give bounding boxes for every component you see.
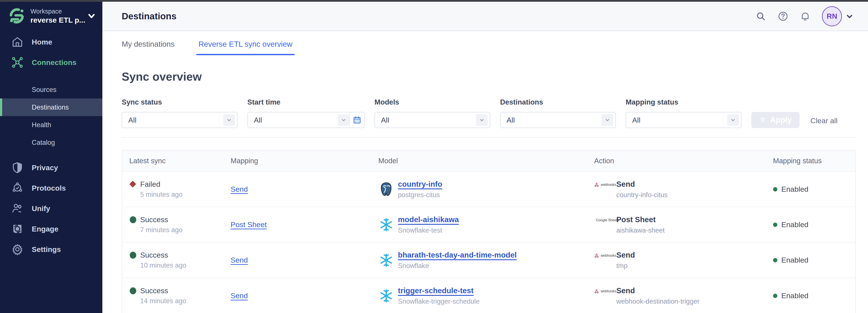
destinations-select[interactable]: All: [500, 112, 616, 128]
workspace-label: Workspace: [30, 7, 85, 15]
mapping-link[interactable]: Send: [230, 256, 248, 264]
select-value: All: [632, 116, 727, 124]
page-title: Destinations: [122, 11, 177, 22]
search-icon[interactable]: [755, 11, 766, 22]
select-value: All: [128, 116, 223, 124]
enabled-dot-icon: [773, 187, 777, 191]
mapping-cell: Send: [223, 291, 371, 300]
sidebar-item-home[interactable]: Home: [0, 32, 102, 52]
model-link[interactable]: trigger-schedule-test: [398, 286, 479, 295]
snowflake-icon: [378, 252, 394, 268]
chevron-down-icon: [338, 114, 349, 126]
latest-sync-cell: Success 10 minutes ago: [122, 251, 223, 269]
table-header-row: Latest sync Mapping Model Action Mapping…: [122, 150, 856, 172]
mapping-link[interactable]: Send: [230, 291, 248, 300]
help-icon[interactable]: [778, 11, 788, 22]
sidebar-item-label: Privacy: [32, 163, 58, 172]
tab-my-destinations[interactable]: My destinations: [122, 32, 175, 57]
latest-sync-cell: Success 14 minutes ago: [122, 286, 223, 305]
model-source: Snowflake-trigger-schedule: [398, 298, 479, 305]
calendar-icon[interactable]: [349, 113, 364, 128]
tab-bar: My destinations Reverse ETL sync overvie…: [102, 32, 868, 57]
filter-start-time: Start time All: [247, 98, 365, 128]
main-content: My destinations Reverse ETL sync overvie…: [102, 32, 868, 313]
tab-reverse-etl-sync-overview[interactable]: Reverse ETL sync overview: [198, 32, 292, 57]
webhooks-icon: webhooks: [594, 182, 616, 188]
user-menu[interactable]: RN: [822, 6, 854, 26]
sidebar-item-label: Destinations: [32, 103, 69, 111]
sync-status-text: Success: [140, 251, 168, 259]
table-row: Success 14 minutes ago Send: [122, 278, 856, 313]
apply-button[interactable]: Apply: [751, 112, 800, 128]
sidebar-item-health[interactable]: Health: [0, 116, 102, 134]
sidebar-item-label: Sources: [32, 86, 57, 94]
start-time-select[interactable]: All: [247, 112, 365, 128]
sidebar-nav: Home Connections: [0, 32, 102, 259]
sidebar-item-settings[interactable]: Settings: [0, 239, 102, 259]
sidebar-item-privacy[interactable]: Privacy: [0, 157, 102, 178]
snowflake-icon: [378, 288, 394, 304]
models-select[interactable]: All: [374, 112, 490, 128]
sidebar-item-connections[interactable]: Connections: [0, 52, 102, 72]
sidebar-item-destinations[interactable]: Destinations: [0, 98, 102, 116]
sidebar-item-catalog[interactable]: Catalog: [0, 134, 102, 151]
avatar[interactable]: RN: [822, 6, 842, 26]
workspace-chevron-down-icon: [87, 11, 96, 21]
snowflake-icon: [378, 217, 394, 232]
mapping-status-text: Enabled: [781, 185, 808, 193]
model-link[interactable]: bharath-test-day-and-time-model: [398, 251, 517, 259]
connections-icon: [11, 56, 24, 68]
mapping-cell: Send: [223, 185, 371, 193]
user-menu-chevron-down-icon: [845, 12, 854, 21]
model-source: postgres-citus: [398, 191, 442, 199]
mapping-status-cell: Enabled: [766, 256, 856, 264]
workspace-text: Workspace reverse ETL p...: [30, 7, 85, 25]
column-header-latest-sync: Latest sync: [122, 157, 223, 165]
clear-all-button[interactable]: Clear all: [807, 114, 841, 128]
select-value: All: [254, 116, 338, 124]
action-cell: Google Sheets Post Sheet aishikawa-sheet: [587, 215, 766, 234]
sidebar-item-label: Unify: [32, 204, 50, 213]
sidebar-item-sources[interactable]: Sources: [0, 81, 102, 98]
unify-icon: [11, 202, 24, 215]
model-link[interactable]: model-aishikawa: [398, 215, 459, 224]
sync-status-text: Failed: [140, 180, 160, 188]
filter-label: Destinations: [500, 98, 616, 106]
sync-time-ago: 14 minutes ago: [140, 297, 223, 305]
action-cell: webhooks Send country-info-citus: [587, 180, 766, 199]
webhooks-icon: webhooks: [594, 252, 616, 259]
sidebar-item-unify[interactable]: Unify: [0, 198, 102, 219]
filter-destinations: Destinations All: [500, 98, 616, 128]
table-row: Failed 5 minutes ago Send: [122, 172, 856, 207]
filters-divider: [122, 137, 856, 137]
sync-time-ago: 7 minutes ago: [140, 226, 223, 234]
filter-label: Start time: [247, 98, 365, 106]
model-source: Snowflake-test: [398, 226, 459, 234]
sidebar-item-label: Health: [32, 121, 51, 129]
sidebar-item-label: Protocols: [32, 184, 66, 192]
sync-status-select[interactable]: All: [122, 112, 238, 128]
mapping-link[interactable]: Post Sheet: [230, 220, 267, 229]
model-cell: country-info postgres-citus: [371, 180, 587, 199]
sidebar-item-protocols[interactable]: Protocols: [0, 178, 102, 198]
home-icon: [11, 36, 24, 48]
mapping-status-select[interactable]: All: [626, 112, 742, 128]
chevron-down-icon: [476, 114, 488, 126]
window-top-strip: [0, 0, 868, 2]
model-source: Snowflake: [398, 262, 517, 270]
action-destination: country-info-citus: [616, 191, 668, 199]
model-link[interactable]: country-info: [398, 180, 442, 188]
filter-icon: [759, 116, 767, 124]
mapping-link[interactable]: Send: [230, 185, 248, 193]
chevron-down-icon: [223, 114, 235, 126]
sync-status-text: Success: [140, 215, 168, 224]
mapping-status-cell: Enabled: [766, 291, 856, 300]
model-cell: model-aishikawa Snowflake-test: [371, 215, 587, 234]
enabled-dot-icon: [773, 258, 777, 262]
mapping-status-text: Enabled: [781, 220, 808, 229]
filter-sync-status: Sync status All: [122, 98, 238, 128]
notifications-bell-icon[interactable]: [800, 11, 811, 22]
topbar-actions: RN: [755, 6, 854, 26]
sidebar-item-engage[interactable]: Engage: [0, 219, 102, 239]
workspace-switcher[interactable]: Workspace reverse ETL p...: [0, 2, 102, 30]
